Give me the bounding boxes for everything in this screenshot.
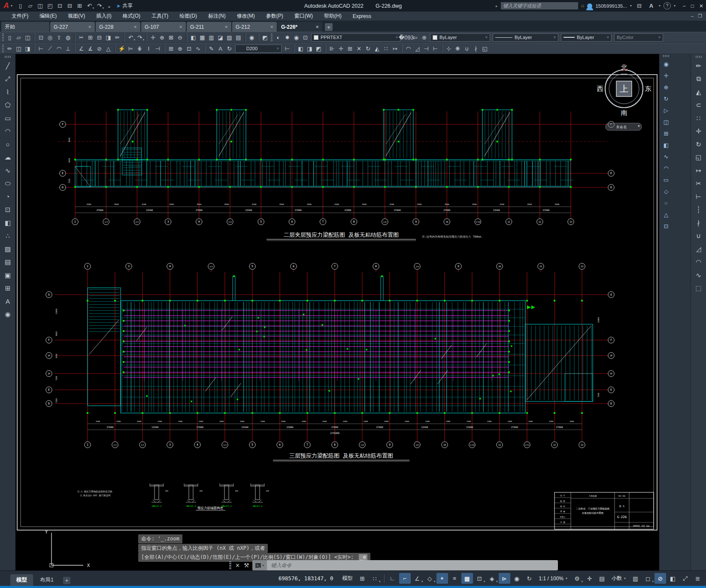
nav-tri-icon[interactable]: △ xyxy=(661,210,671,219)
navbar-grip[interactable] xyxy=(663,55,669,57)
new-drawing-icon[interactable]: ▯ xyxy=(16,1,25,10)
mirror-icon[interactable]: ◭ xyxy=(694,87,704,97)
tab-G-228[interactable]: G-228✕ xyxy=(96,22,140,32)
tab-close-icon[interactable]: ✕ xyxy=(224,25,228,29)
dim-aligned-icon[interactable]: ⟋ xyxy=(45,44,55,53)
status-ortho-icon[interactable]: ⌐ xyxy=(399,573,411,584)
command-wrench-icon[interactable]: ⚒ xyxy=(244,562,249,569)
undo-icon[interactable]: ↶▾ xyxy=(85,1,94,10)
model-tab[interactable]: 模型 xyxy=(10,574,33,586)
dim-arc-icon[interactable]: ◠ xyxy=(55,44,64,53)
status-snap-icon[interactable]: ∷▾ xyxy=(369,573,381,584)
tab-close-icon[interactable]: ✕ xyxy=(133,25,137,29)
mod-mirror-icon[interactable]: ◭ xyxy=(373,44,382,53)
mod-pedit-icon[interactable]: ⊹ xyxy=(444,44,453,53)
model-space-button[interactable]: 模型 xyxy=(339,575,356,582)
mod-scale-icon[interactable]: ◱ xyxy=(480,44,489,53)
menu-edit[interactable]: 编辑(E) xyxy=(34,12,62,21)
menu-draw[interactable]: 绘图(D) xyxy=(174,12,203,21)
status-grid-icon[interactable]: ⊞ xyxy=(357,573,368,584)
save-icon[interactable]: ◫ xyxy=(36,1,45,10)
status-lock-ui-icon[interactable]: ◻▾ xyxy=(642,573,654,584)
status-infer-constraints-icon[interactable]: ∟ xyxy=(387,573,398,584)
mod-delete-icon[interactable]: ✕ xyxy=(355,44,364,53)
save-as-icon[interactable]: ◰ xyxy=(45,1,55,10)
plot-icon[interactable]: ⊡ xyxy=(36,33,45,42)
nav-circle-icon[interactable]: ○ xyxy=(661,198,671,208)
join-icon[interactable]: ∪ xyxy=(694,231,704,241)
menu-parametric[interactable]: 参数(P) xyxy=(261,12,289,21)
zoom-previous-icon[interactable]: ⊖ xyxy=(176,33,185,42)
menu-express[interactable]: Express xyxy=(347,12,377,21)
mod-explode-icon[interactable]: ❋ xyxy=(453,44,462,53)
autocad-logo-icon[interactable]: A xyxy=(3,1,9,10)
menu-insert[interactable]: 插入(I) xyxy=(91,12,117,21)
help-icon[interactable]: ? xyxy=(664,2,671,9)
scale-icon[interactable]: ◱ xyxy=(694,152,704,163)
new-icon[interactable]: ▯ xyxy=(5,33,14,42)
command-prompt-icon[interactable]: >_▾ xyxy=(252,560,267,570)
dim-update-icon[interactable]: ↻ xyxy=(225,44,234,53)
blend-icon[interactable]: ∿ xyxy=(694,270,704,280)
dim-angle2-icon[interactable]: ∡ xyxy=(86,44,95,53)
layer-combo[interactable]: PPRTEXT ˅ xyxy=(311,33,400,42)
status-graphics-performance-icon[interactable]: ◧ xyxy=(667,573,679,584)
markup-icon[interactable]: ◪ xyxy=(216,33,225,42)
tab-close-icon[interactable]: ✕ xyxy=(179,25,182,29)
pan-icon[interactable]: ✛ xyxy=(148,33,158,42)
status-autoscale-icon[interactable]: ↻ xyxy=(524,573,535,584)
new-layout-button[interactable]: + xyxy=(63,577,70,584)
tab-close-icon[interactable]: ✕ xyxy=(270,25,273,29)
search-input[interactable]: 键入关键字或短语 xyxy=(501,2,578,9)
status-clean-screen-icon[interactable]: ⤢ xyxy=(679,573,691,584)
dim-radius-icon[interactable]: △ xyxy=(104,44,113,53)
line-icon[interactable]: ╱ xyxy=(3,61,13,71)
nav-prev-icon[interactable]: ◫ xyxy=(661,117,671,127)
make-block-icon[interactable]: ◧ xyxy=(3,218,13,228)
toolbar-grip[interactable] xyxy=(271,33,273,41)
search-icon[interactable]: ○ xyxy=(581,3,585,9)
command-window[interactable]: ✕ ⚒ >_▾ 键入命令 xyxy=(229,560,558,571)
arc-icon[interactable]: ◠ xyxy=(3,126,13,136)
copy-icon[interactable]: ⧉ xyxy=(694,74,704,84)
menu-tools[interactable]: 工具(T) xyxy=(146,12,174,21)
nav-motion-icon[interactable]: ▷ xyxy=(661,106,671,115)
status-transparency-icon[interactable]: ▩ xyxy=(461,573,473,584)
tab-close-icon[interactable]: ✕ xyxy=(88,25,91,29)
new-tab-button[interactable]: + xyxy=(325,23,333,31)
nav-rect-icon[interactable]: ▭ xyxy=(661,175,671,184)
zoom-window-icon[interactable]: ⊠ xyxy=(167,33,176,42)
revision-cloud-icon[interactable]: ☁ xyxy=(3,152,13,163)
layer-lock-icon[interactable]: ◉ xyxy=(292,33,301,42)
mod-array-icon[interactable]: ∷ xyxy=(382,44,391,53)
named-views-icon[interactable]: ▦ xyxy=(198,33,207,42)
customize-icon[interactable]: ⌄ xyxy=(105,1,114,10)
dim-continue-icon[interactable]: ⋕ xyxy=(135,44,144,53)
tab-G-226[interactable]: G-226*✕ xyxy=(278,22,322,32)
status-polar-tracking-icon[interactable]: ∠▾ xyxy=(412,573,423,584)
menu-window[interactable]: 窗口(W) xyxy=(289,12,318,21)
close-button[interactable]: ✕ xyxy=(699,3,703,9)
app-store-cart-icon[interactable]: ⊟ xyxy=(635,1,644,10)
mod-join-icon[interactable]: ∪ xyxy=(462,44,471,53)
status-isolate-objects-icon[interactable]: ⊘ xyxy=(654,573,666,584)
copy-clip-icon[interactable]: ⊞ xyxy=(86,33,95,42)
units-button[interactable]: 小数▾ xyxy=(609,575,629,582)
status-object-snap-icon[interactable]: ⌖ xyxy=(436,573,448,584)
dim-angle-icon[interactable]: ∠ xyxy=(77,44,86,53)
point-icon[interactable]: ∴ xyxy=(3,231,13,241)
nav-wave-icon[interactable]: ∿ xyxy=(661,152,671,161)
layer-states-icon[interactable]: ▨ xyxy=(225,33,234,42)
command-grip[interactable] xyxy=(229,561,231,569)
dim-vertical-icon[interactable]: Ⅰ xyxy=(144,44,153,53)
dim-linear-icon[interactable]: ⊢ xyxy=(36,44,45,53)
tab-G-211[interactable]: G-211✕ xyxy=(187,22,231,32)
match-properties-icon[interactable]: ◨ xyxy=(104,33,113,42)
hatch-icon[interactable]: ▨ xyxy=(3,244,13,254)
explode-icon[interactable]: ⬚ xyxy=(694,283,704,293)
nav-orbit-icon[interactable]: ↻ xyxy=(661,94,671,103)
help-caret-icon[interactable]: ▾ xyxy=(674,4,676,8)
tab-G-227[interactable]: G-227✕ xyxy=(50,22,95,32)
publish-icon[interactable]: ⊟ xyxy=(65,1,74,10)
help-icon[interactable]: ◉ xyxy=(247,33,256,42)
